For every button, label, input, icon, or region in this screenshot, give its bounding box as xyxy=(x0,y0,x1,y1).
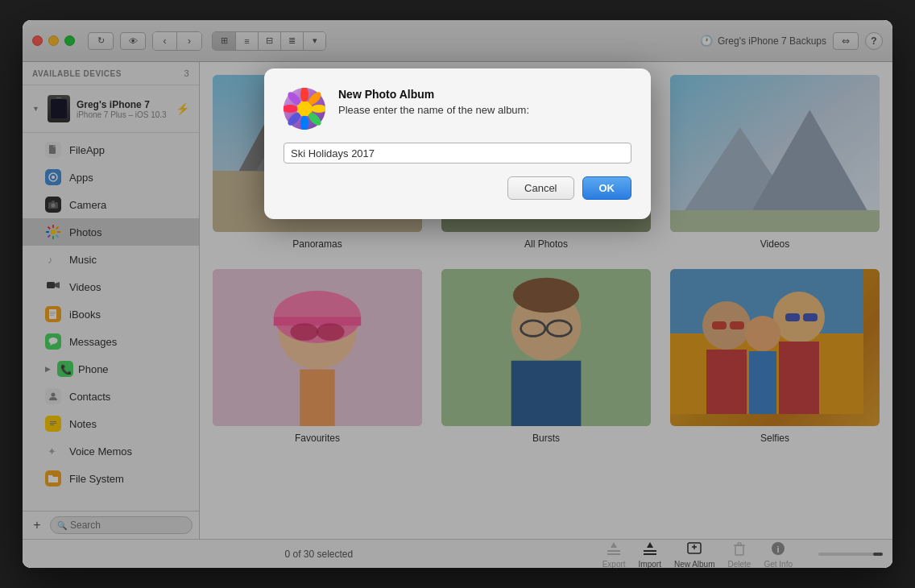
main-window: ↻ 👁 ‹ › ⊞ ≡ ⊟ ≣ xyxy=(23,20,892,568)
modal-icon xyxy=(284,88,325,130)
modal-title-area: New Photo Album Please enter the name of… xyxy=(338,88,631,116)
cancel-button[interactable]: Cancel xyxy=(507,176,573,200)
album-name-input[interactable] xyxy=(284,143,631,164)
modal-dialog: New Photo Album Please enter the name of… xyxy=(264,68,651,219)
svg-point-100 xyxy=(297,101,312,116)
svg-point-98 xyxy=(284,105,298,113)
modal-subtitle: Please enter the name of the new album: xyxy=(338,104,631,116)
modal-title: New Photo Album xyxy=(338,88,631,101)
modal-header: New Photo Album Please enter the name of… xyxy=(284,88,631,130)
svg-point-96 xyxy=(300,115,308,130)
modal-overlay: New Photo Album Please enter the name of… xyxy=(23,20,892,568)
ok-button[interactable]: OK xyxy=(582,176,632,200)
svg-point-94 xyxy=(311,105,325,113)
svg-point-92 xyxy=(300,88,308,102)
photos-app-icon xyxy=(284,88,325,130)
modal-buttons: Cancel OK xyxy=(284,176,631,200)
